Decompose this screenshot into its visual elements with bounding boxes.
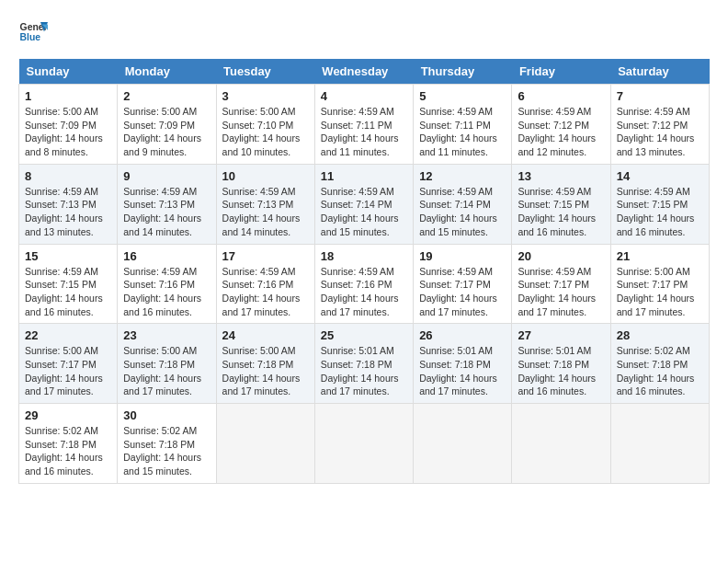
calendar-cell: 23 Sunrise: 5:00 AM Sunset: 7:18 PM Dayl… <box>118 324 216 404</box>
calendar-cell: 24 Sunrise: 5:00 AM Sunset: 7:18 PM Dayl… <box>216 324 314 404</box>
calendar-cell: 20 Sunrise: 4:59 AM Sunset: 7:17 PM Dayl… <box>512 244 610 324</box>
day-detail: Sunrise: 4:59 AM Sunset: 7:15 PM Dayligh… <box>518 185 604 239</box>
day-number: 7 <box>617 89 703 103</box>
day-number: 6 <box>518 89 604 103</box>
day-number: 5 <box>419 89 506 103</box>
day-detail: Sunrise: 4:59 AM Sunset: 7:17 PM Dayligh… <box>518 265 604 319</box>
calendar-cell: 21 Sunrise: 5:00 AM Sunset: 7:17 PM Dayl… <box>610 244 709 324</box>
day-number: 9 <box>123 169 210 183</box>
day-detail: Sunrise: 5:00 AM Sunset: 7:09 PM Dayligh… <box>25 105 111 159</box>
day-number: 12 <box>419 169 506 183</box>
calendar-cell <box>414 404 512 484</box>
calendar-week-row: 15 Sunrise: 4:59 AM Sunset: 7:15 PM Dayl… <box>19 244 710 324</box>
day-number: 3 <box>222 89 309 103</box>
day-detail: Sunrise: 4:59 AM Sunset: 7:12 PM Dayligh… <box>518 105 604 159</box>
day-number: 27 <box>518 328 604 342</box>
day-number: 4 <box>321 89 407 103</box>
day-detail: Sunrise: 5:01 AM Sunset: 7:18 PM Dayligh… <box>518 344 604 398</box>
calendar-cell <box>610 404 709 484</box>
calendar-cell: 22 Sunrise: 5:00 AM Sunset: 7:17 PM Dayl… <box>19 324 118 404</box>
day-number: 20 <box>518 249 604 263</box>
day-number: 14 <box>617 169 703 183</box>
day-detail: Sunrise: 4:59 AM Sunset: 7:16 PM Dayligh… <box>321 265 407 319</box>
day-number: 2 <box>123 89 210 103</box>
calendar-cell: 8 Sunrise: 4:59 AM Sunset: 7:13 PM Dayli… <box>19 164 118 244</box>
day-number: 26 <box>419 328 506 342</box>
day-detail: Sunrise: 5:00 AM Sunset: 7:18 PM Dayligh… <box>123 344 210 398</box>
day-detail: Sunrise: 5:02 AM Sunset: 7:18 PM Dayligh… <box>617 344 703 398</box>
calendar-table: SundayMondayTuesdayWednesdayThursdayFrid… <box>18 59 710 484</box>
day-detail: Sunrise: 4:59 AM Sunset: 7:15 PM Dayligh… <box>25 265 111 319</box>
day-number: 29 <box>25 408 111 422</box>
day-detail: Sunrise: 4:59 AM Sunset: 7:11 PM Dayligh… <box>419 105 506 159</box>
calendar-header-sunday: Sunday <box>19 59 118 85</box>
calendar-cell: 27 Sunrise: 5:01 AM Sunset: 7:18 PM Dayl… <box>512 324 610 404</box>
calendar-cell: 13 Sunrise: 4:59 AM Sunset: 7:15 PM Dayl… <box>512 164 610 244</box>
calendar-week-row: 1 Sunrise: 5:00 AM Sunset: 7:09 PM Dayli… <box>19 85 710 165</box>
day-number: 19 <box>419 249 506 263</box>
calendar-cell: 14 Sunrise: 4:59 AM Sunset: 7:15 PM Dayl… <box>610 164 709 244</box>
calendar-cell: 10 Sunrise: 4:59 AM Sunset: 7:13 PM Dayl… <box>216 164 314 244</box>
calendar-header-monday: Monday <box>118 59 216 85</box>
day-detail: Sunrise: 4:59 AM Sunset: 7:12 PM Dayligh… <box>617 105 703 159</box>
calendar-cell: 3 Sunrise: 5:00 AM Sunset: 7:10 PM Dayli… <box>216 85 314 165</box>
day-number: 8 <box>25 169 111 183</box>
day-number: 15 <box>25 249 111 263</box>
calendar-cell: 28 Sunrise: 5:02 AM Sunset: 7:18 PM Dayl… <box>610 324 709 404</box>
day-number: 13 <box>518 169 604 183</box>
calendar-cell: 9 Sunrise: 4:59 AM Sunset: 7:13 PM Dayli… <box>118 164 216 244</box>
day-number: 16 <box>123 249 210 263</box>
day-detail: Sunrise: 4:59 AM Sunset: 7:16 PM Dayligh… <box>123 265 210 319</box>
calendar-cell: 4 Sunrise: 4:59 AM Sunset: 7:11 PM Dayli… <box>314 85 413 165</box>
calendar-cell: 15 Sunrise: 4:59 AM Sunset: 7:15 PM Dayl… <box>19 244 118 324</box>
day-number: 24 <box>222 328 309 342</box>
day-number: 1 <box>25 89 111 103</box>
day-number: 30 <box>123 408 210 422</box>
calendar-header-row: SundayMondayTuesdayWednesdayThursdayFrid… <box>19 59 710 85</box>
calendar-cell: 16 Sunrise: 4:59 AM Sunset: 7:16 PM Dayl… <box>118 244 216 324</box>
day-detail: Sunrise: 4:59 AM Sunset: 7:14 PM Dayligh… <box>419 185 506 239</box>
day-number: 25 <box>321 328 407 342</box>
day-detail: Sunrise: 4:59 AM Sunset: 7:14 PM Dayligh… <box>321 185 407 239</box>
calendar-cell: 18 Sunrise: 4:59 AM Sunset: 7:16 PM Dayl… <box>314 244 413 324</box>
day-detail: Sunrise: 5:00 AM Sunset: 7:10 PM Dayligh… <box>222 105 309 159</box>
calendar-cell: 7 Sunrise: 4:59 AM Sunset: 7:12 PM Dayli… <box>610 85 709 165</box>
calendar-header-thursday: Thursday <box>414 59 512 85</box>
logo: General Blue <box>18 18 48 44</box>
day-detail: Sunrise: 5:00 AM Sunset: 7:17 PM Dayligh… <box>25 344 111 398</box>
calendar-week-row: 8 Sunrise: 4:59 AM Sunset: 7:13 PM Dayli… <box>19 164 710 244</box>
svg-text:Blue: Blue <box>20 32 41 42</box>
day-number: 28 <box>617 328 703 342</box>
day-number: 17 <box>222 249 309 263</box>
day-detail: Sunrise: 4:59 AM Sunset: 7:13 PM Dayligh… <box>123 185 210 239</box>
calendar-cell <box>314 404 413 484</box>
calendar-cell: 26 Sunrise: 5:01 AM Sunset: 7:18 PM Dayl… <box>414 324 512 404</box>
calendar-week-row: 29 Sunrise: 5:02 AM Sunset: 7:18 PM Dayl… <box>19 404 710 484</box>
day-detail: Sunrise: 5:02 AM Sunset: 7:18 PM Dayligh… <box>25 424 111 478</box>
calendar-cell: 29 Sunrise: 5:02 AM Sunset: 7:18 PM Dayl… <box>19 404 118 484</box>
day-detail: Sunrise: 4:59 AM Sunset: 7:17 PM Dayligh… <box>419 265 506 319</box>
logo-icon: General Blue <box>18 18 48 44</box>
calendar-cell: 1 Sunrise: 5:00 AM Sunset: 7:09 PM Dayli… <box>19 85 118 165</box>
day-number: 23 <box>123 328 210 342</box>
day-detail: Sunrise: 4:59 AM Sunset: 7:11 PM Dayligh… <box>321 105 407 159</box>
calendar-cell: 25 Sunrise: 5:01 AM Sunset: 7:18 PM Dayl… <box>314 324 413 404</box>
day-detail: Sunrise: 4:59 AM Sunset: 7:13 PM Dayligh… <box>222 185 309 239</box>
day-detail: Sunrise: 5:01 AM Sunset: 7:18 PM Dayligh… <box>419 344 506 398</box>
page-header: General Blue <box>18 18 710 44</box>
day-detail: Sunrise: 5:00 AM Sunset: 7:18 PM Dayligh… <box>222 344 309 398</box>
day-detail: Sunrise: 5:00 AM Sunset: 7:09 PM Dayligh… <box>123 105 210 159</box>
day-number: 10 <box>222 169 309 183</box>
calendar-cell <box>512 404 610 484</box>
day-detail: Sunrise: 5:01 AM Sunset: 7:18 PM Dayligh… <box>321 344 407 398</box>
calendar-cell: 19 Sunrise: 4:59 AM Sunset: 7:17 PM Dayl… <box>414 244 512 324</box>
calendar-cell: 6 Sunrise: 4:59 AM Sunset: 7:12 PM Dayli… <box>512 85 610 165</box>
calendar-cell: 12 Sunrise: 4:59 AM Sunset: 7:14 PM Dayl… <box>414 164 512 244</box>
calendar-cell: 30 Sunrise: 5:02 AM Sunset: 7:18 PM Dayl… <box>118 404 216 484</box>
calendar-cell: 17 Sunrise: 4:59 AM Sunset: 7:16 PM Dayl… <box>216 244 314 324</box>
day-number: 11 <box>321 169 407 183</box>
calendar-header-wednesday: Wednesday <box>314 59 413 85</box>
day-detail: Sunrise: 5:00 AM Sunset: 7:17 PM Dayligh… <box>617 265 703 319</box>
calendar-cell: 5 Sunrise: 4:59 AM Sunset: 7:11 PM Dayli… <box>414 85 512 165</box>
day-detail: Sunrise: 4:59 AM Sunset: 7:13 PM Dayligh… <box>25 185 111 239</box>
